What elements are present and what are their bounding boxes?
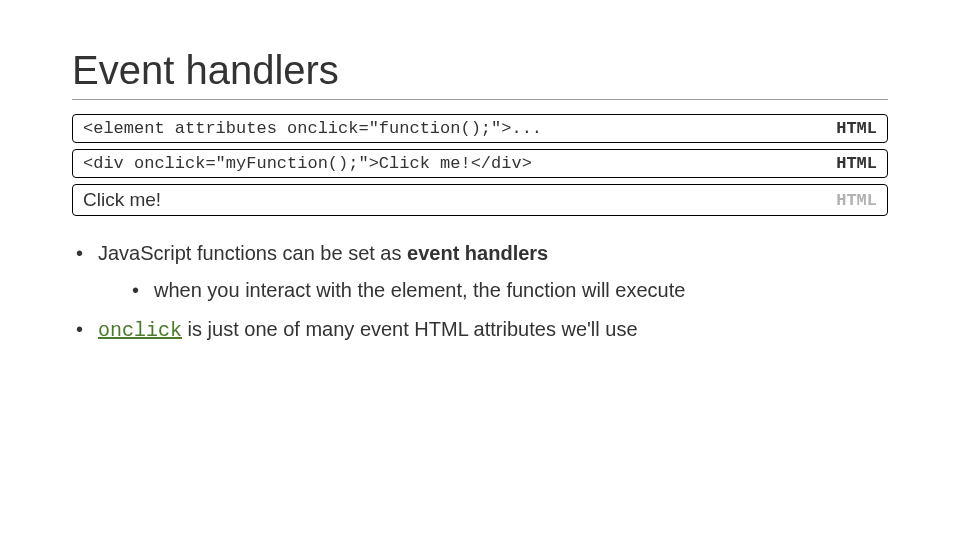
slide-title: Event handlers (72, 48, 888, 100)
bullet-1-pre: JavaScript functions can be set as (98, 242, 407, 264)
demo-lang-tag: HTML (836, 191, 877, 210)
code-syntax: <element attributes onclick="function();… (83, 119, 542, 138)
demo-box[interactable]: Click me! HTML (72, 184, 888, 216)
bullet-1-bold: event handlers (407, 242, 548, 264)
bullet-2: onclick is just one of many event HTML a… (76, 318, 888, 342)
slide: Event handlers <element attributes oncli… (0, 0, 960, 540)
code-box-syntax: <element attributes onclick="function();… (72, 114, 888, 143)
sub-bullet-list: when you interact with the element, the … (98, 279, 888, 302)
bullet-list: JavaScript functions can be set as event… (72, 242, 888, 342)
code-example: <div onclick="myFunction();">Click me!</… (83, 154, 532, 173)
code-lang-tag: HTML (836, 119, 877, 138)
demo-text: Click me! (83, 189, 161, 211)
code-box-example: <div onclick="myFunction();">Click me!</… (72, 149, 888, 178)
bullet-1: JavaScript functions can be set as event… (76, 242, 888, 302)
bullet-2-code: onclick (98, 319, 182, 342)
sub-bullet-1: when you interact with the element, the … (132, 279, 888, 302)
bullet-2-rest: is just one of many event HTML attribute… (182, 318, 638, 340)
code-lang-tag: HTML (836, 154, 877, 173)
